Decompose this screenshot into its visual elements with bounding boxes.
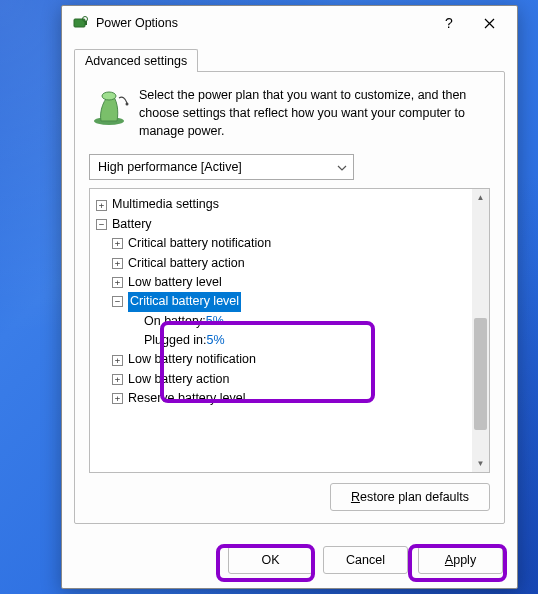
tab-panel: Select the power plan that you want to c… — [74, 71, 505, 524]
collapse-icon[interactable] — [112, 296, 123, 307]
expand-icon[interactable] — [96, 200, 107, 211]
expand-icon[interactable] — [112, 374, 123, 385]
tree-item-low-notify[interactable]: Low battery notification — [96, 350, 468, 369]
titlebar[interactable]: Power Options ? — [62, 6, 517, 40]
chevron-down-icon — [337, 160, 347, 174]
collapse-icon[interactable] — [96, 219, 107, 230]
restore-defaults-button[interactable]: Restore plan defaults — [330, 483, 490, 511]
apply-button[interactable]: Apply — [418, 546, 503, 574]
dialog-button-row: OK Cancel Apply — [62, 536, 517, 588]
expand-icon[interactable] — [112, 258, 123, 269]
help-button[interactable]: ? — [429, 8, 469, 38]
tab-advanced-settings[interactable]: Advanced settings — [74, 49, 198, 72]
tree-item-low-action[interactable]: Low battery action — [96, 370, 468, 389]
dialog-title: Power Options — [96, 16, 429, 30]
power-options-dialog: Power Options ? Advanced settings Select… — [61, 5, 518, 589]
intro-text: Select the power plan that you want to c… — [139, 86, 469, 140]
scroll-up-button[interactable]: ▲ — [472, 189, 489, 206]
tree-item-crit-level[interactable]: Critical battery level — [96, 292, 468, 311]
power-icon — [72, 14, 90, 32]
scroll-down-button[interactable]: ▼ — [472, 455, 489, 472]
tree-scrollbar[interactable]: ▲ ▼ — [472, 189, 489, 472]
settings-tree[interactable]: Multimedia settings Battery Critical bat… — [89, 188, 490, 473]
expand-icon[interactable] — [112, 277, 123, 288]
plugged-in-value[interactable]: 5% — [207, 331, 225, 350]
cancel-button[interactable]: Cancel — [323, 546, 408, 574]
tree-item-battery[interactable]: Battery — [96, 215, 468, 234]
svg-point-4 — [102, 92, 116, 100]
scroll-track[interactable] — [472, 206, 489, 455]
tree-item-reserve[interactable]: Reserve battery level — [96, 389, 468, 408]
ok-button[interactable]: OK — [228, 546, 313, 574]
tree-item-crit-notify[interactable]: Critical battery notification — [96, 234, 468, 253]
power-plan-icon — [89, 86, 129, 126]
power-plan-select[interactable]: High performance [Active] — [89, 154, 354, 180]
close-button[interactable] — [469, 8, 509, 38]
tree-item-on-battery[interactable]: On battery: 5% — [96, 312, 468, 331]
expand-icon[interactable] — [112, 393, 123, 404]
tree-item-plugged-in[interactable]: Plugged in: 5% — [96, 331, 468, 350]
tree-item-crit-action[interactable]: Critical battery action — [96, 254, 468, 273]
tree-item-low-level[interactable]: Low battery level — [96, 273, 468, 292]
power-plan-selected: High performance [Active] — [98, 160, 242, 174]
tree-item-multimedia[interactable]: Multimedia settings — [96, 195, 468, 214]
expand-icon[interactable] — [112, 355, 123, 366]
scroll-thumb[interactable] — [474, 318, 487, 430]
expand-icon[interactable] — [112, 238, 123, 249]
svg-point-5 — [126, 103, 129, 106]
on-battery-value[interactable]: 5% — [206, 312, 224, 331]
